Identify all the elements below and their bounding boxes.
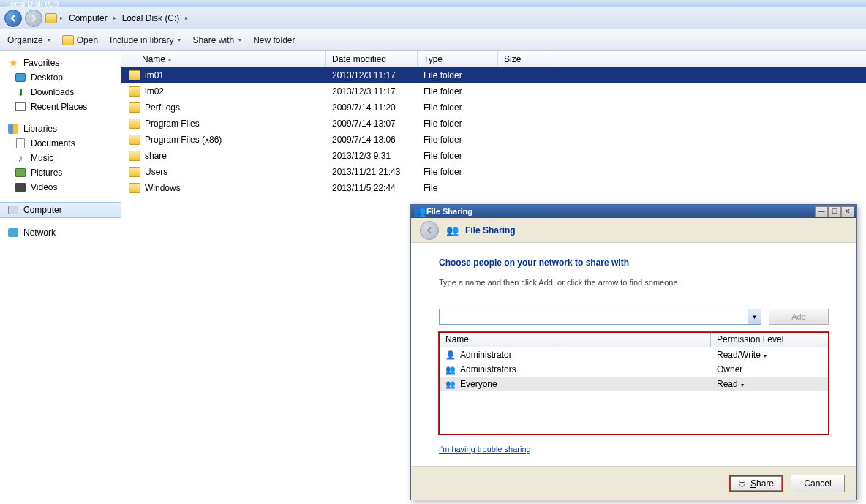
user-icon xyxy=(445,364,456,375)
breadcrumb-sep: ▸ xyxy=(185,15,188,21)
people-input[interactable] xyxy=(440,312,748,321)
file-row[interactable]: PerfLogs2009/7/14 11:20File folder xyxy=(121,99,866,116)
favorites-label: Favorites xyxy=(23,58,59,68)
file-row[interactable]: Users2013/11/21 21:43File folder xyxy=(121,164,866,180)
computer-icon xyxy=(8,206,18,214)
file-row[interactable]: share2013/12/3 9:31File folder xyxy=(121,148,866,164)
folder-icon xyxy=(129,86,140,97)
file-name: Users xyxy=(145,167,167,177)
breadcrumb-localdisk[interactable]: Local Disk (C:) xyxy=(119,12,183,25)
column-type[interactable]: Type xyxy=(418,51,498,67)
perm-column-name[interactable]: Name xyxy=(440,333,711,347)
nav-forward-button[interactable] xyxy=(25,10,42,27)
sidebar-computer[interactable]: Computer xyxy=(0,202,121,218)
computer-label: Computer xyxy=(23,205,62,215)
network-icon xyxy=(8,228,18,237)
breadcrumb-computer[interactable]: Computer xyxy=(66,12,110,25)
dialog-close-button[interactable]: ✕ xyxy=(841,206,854,217)
file-row[interactable]: Program Files2009/7/14 13:07File folder xyxy=(121,116,866,132)
open-button[interactable]: Open xyxy=(62,35,98,45)
trouble-sharing-link[interactable]: I'm having trouble sharing xyxy=(439,445,531,454)
sidebar-item-downloads[interactable]: Downloads xyxy=(0,85,121,99)
sidebar-item-pictures[interactable]: Pictures xyxy=(0,165,121,180)
sidebar-item-videos[interactable]: Videos xyxy=(0,180,121,195)
command-toolbar: Organize Open Include in library Share w… xyxy=(0,29,866,51)
file-date: 2009/7/14 11:20 xyxy=(326,102,418,113)
file-name: Program Files (x86) xyxy=(145,135,222,145)
share-label: Share xyxy=(750,478,774,489)
window-title: Local Disk (C:) xyxy=(6,0,59,8)
permission-row[interactable]: AdministratorRead/Write xyxy=(440,347,828,362)
recent-label: Recent Places xyxy=(31,102,87,112)
file-type: File folder xyxy=(418,151,498,161)
file-row[interactable]: im022013/12/3 11:17File folder xyxy=(121,83,866,99)
file-name: Windows xyxy=(145,183,181,193)
perm-name: Everyone xyxy=(460,379,497,389)
people-dropdown-button[interactable]: ▼ xyxy=(748,309,761,324)
videos-icon xyxy=(15,183,26,192)
dialog-back-button[interactable] xyxy=(420,221,439,240)
folder-icon xyxy=(129,102,140,113)
folder-icon xyxy=(129,183,140,193)
perm-column-level[interactable]: Permission Level xyxy=(711,333,828,347)
add-button[interactable]: Add xyxy=(769,309,829,325)
file-name: share xyxy=(145,151,167,161)
dialog-heading: Choose people on your network to share w… xyxy=(439,257,829,268)
share-button[interactable]: Share xyxy=(729,475,783,492)
breadcrumb[interactable]: ▸ Computer ▸ Local Disk (C:) ▸ xyxy=(45,12,188,25)
col-name-label: Name xyxy=(142,54,165,64)
documents-icon xyxy=(16,138,25,148)
libraries-icon xyxy=(8,124,18,134)
share-with-menu[interactable]: Share with xyxy=(192,35,241,45)
folder-icon xyxy=(129,135,140,145)
dialog-title-icon: 👥 xyxy=(413,206,425,217)
file-row[interactable]: Program Files (x86)2009/7/14 13:06File f… xyxy=(121,132,866,148)
file-row[interactable]: Windows2013/11/5 22:44File xyxy=(121,180,866,196)
permission-row[interactable]: EveryoneRead xyxy=(440,377,828,391)
dialog-maximize-button[interactable]: ☐ xyxy=(828,206,841,217)
column-size[interactable]: Size xyxy=(498,51,554,67)
include-library-menu[interactable]: Include in library xyxy=(110,35,181,45)
dialog-header-text: File Sharing xyxy=(465,225,516,236)
permission-row[interactable]: AdministratorsOwner xyxy=(440,362,828,377)
file-name: PerfLogs xyxy=(145,102,180,113)
drive-icon xyxy=(45,13,57,23)
desktop-label: Desktop xyxy=(31,72,63,83)
file-type: File folder xyxy=(418,86,498,97)
dialog-titlebar[interactable]: 👥 File Sharing — ☐ ✕ xyxy=(411,205,856,218)
sidebar-item-desktop[interactable]: Desktop xyxy=(0,70,121,85)
file-date: 2013/12/3 9:31 xyxy=(326,151,418,161)
column-name[interactable]: Name▴ xyxy=(121,51,326,67)
perm-level[interactable]: Read/Write xyxy=(711,350,828,360)
music-label: Music xyxy=(31,153,53,163)
column-date[interactable]: Date modified xyxy=(326,51,418,67)
perm-level[interactable]: Read xyxy=(711,379,828,389)
navigation-pane: ★Favorites Desktop Downloads Recent Plac… xyxy=(0,51,121,504)
organize-menu[interactable]: Organize xyxy=(7,35,50,45)
nav-back-button[interactable] xyxy=(4,10,22,27)
sidebar-network[interactable]: Network xyxy=(0,225,121,240)
dialog-footer: Share Cancel xyxy=(411,466,856,500)
new-folder-button[interactable]: New folder xyxy=(253,35,295,45)
user-icon xyxy=(445,379,456,389)
sidebar-favorites[interactable]: ★Favorites xyxy=(0,56,121,70)
sidebar-item-documents[interactable]: Documents xyxy=(0,136,121,151)
file-date: 2013/12/3 11:17 xyxy=(326,70,418,80)
dialog-minimize-button[interactable]: — xyxy=(815,206,828,217)
cancel-button[interactable]: Cancel xyxy=(791,475,845,492)
file-date: 2009/7/14 13:07 xyxy=(326,119,418,129)
file-name: im02 xyxy=(145,86,164,97)
file-date: 2013/11/21 21:43 xyxy=(326,167,418,177)
sidebar-libraries[interactable]: Libraries xyxy=(0,121,121,136)
libraries-label: Libraries xyxy=(23,124,57,134)
file-type: File folder xyxy=(418,135,498,145)
file-row[interactable]: im012013/12/3 11:17File folder xyxy=(121,67,866,83)
shield-icon xyxy=(739,479,748,488)
network-label: Network xyxy=(23,227,56,238)
perm-level[interactable]: Owner xyxy=(711,364,828,375)
people-combobox[interactable]: ▼ xyxy=(439,309,761,325)
file-date: 2013/11/5 22:44 xyxy=(326,183,418,193)
dialog-body: Choose people on your network to share w… xyxy=(411,243,856,466)
sidebar-item-recent[interactable]: Recent Places xyxy=(0,99,121,114)
sidebar-item-music[interactable]: Music xyxy=(0,151,121,165)
